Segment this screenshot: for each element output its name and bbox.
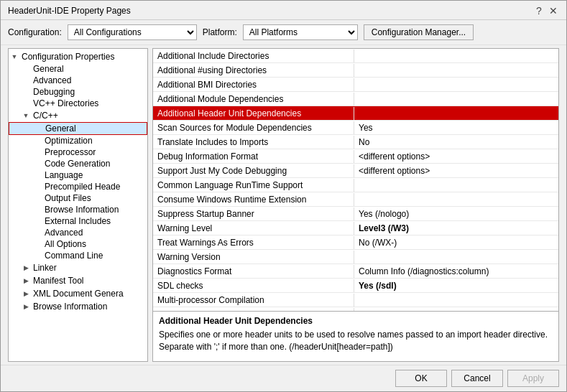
prop-row-6[interactable]: Translate Includes to ImportsNo	[153, 135, 558, 149]
tree-item-all-options[interactable]: All Options	[9, 238, 147, 250]
prop-row-15[interactable]: Diagnostics FormatColumn Info (/diagnost…	[153, 264, 558, 279]
prop-row-3[interactable]: Additional Module Dependencies	[153, 92, 558, 106]
prop-value-9	[354, 184, 558, 187]
tree-label-output-files: Output Files	[43, 193, 91, 203]
tree-label-precompiled: Precompiled Heade	[43, 182, 120, 192]
prop-row-17[interactable]: Multi-processor Compilation	[153, 293, 558, 307]
tree-item-manifest-tool[interactable]: ▶Manifest Tool	[9, 274, 147, 287]
prop-name-8: Support Just My Code Debugging	[153, 164, 354, 177]
prop-row-2[interactable]: Additional BMI Directories	[153, 78, 558, 92]
tree-item-command-line[interactable]: Command Line	[9, 250, 147, 261]
prop-name-13: Treat Warnings As Errors	[153, 236, 354, 249]
prop-value-8: <different options>	[354, 164, 558, 177]
tree-item-language[interactable]: Language	[9, 169, 147, 181]
tree-label-browse-info-top: Browse Information	[32, 302, 107, 312]
prop-value-16: Yes (/sdl)	[354, 279, 558, 292]
prop-value-3	[354, 98, 558, 101]
prop-row-13[interactable]: Treat Warnings As ErrorsNo (/WX-)	[153, 235, 558, 250]
prop-row-5[interactable]: Scan Sources for Module DependenciesYes	[153, 121, 558, 135]
prop-row-4[interactable]: Additional Header Unit Dependencies	[153, 106, 558, 121]
prop-name-1: Additional #using Directories	[153, 64, 354, 77]
tree-item-debugging[interactable]: Debugging	[9, 86, 147, 98]
property-panel: Additional Include DirectoriesAdditional…	[152, 48, 559, 362]
tree-label-cpp-advanced: Advanced	[43, 228, 83, 238]
tree-item-config-props[interactable]: ▼Configuration Properties	[9, 50, 147, 63]
apply-button[interactable]: Apply	[507, 370, 559, 387]
prop-name-5: Scan Sources for Module Dependencies	[153, 121, 354, 134]
tree-label-browse-info: Browse Information	[43, 205, 119, 215]
tree-label-cpp: C/C++	[32, 111, 58, 121]
help-button[interactable]: ?	[533, 5, 545, 17]
prop-value-2	[354, 83, 558, 86]
prop-value-6: No	[354, 136, 558, 149]
prop-row-0[interactable]: Additional Include Directories	[153, 49, 558, 63]
tree-label-all-options: All Options	[43, 239, 86, 249]
prop-name-15: Diagnostics Format	[153, 265, 354, 278]
tree-label-advanced: Advanced	[32, 75, 71, 85]
tree-label-preprocessor: Preprocessor	[43, 147, 96, 157]
tree-item-browse-info-top[interactable]: ▶Browse Information	[9, 300, 147, 313]
tree-item-optimization[interactable]: Optimization	[9, 135, 147, 146]
tree-label-vc-dirs: VC++ Directories	[32, 98, 98, 108]
prop-row-14[interactable]: Warning Version	[153, 250, 558, 264]
tree-expander-cpp[interactable]: ▼	[20, 110, 32, 121]
tree-item-cpp-advanced[interactable]: Advanced	[9, 227, 147, 238]
tree-label-debugging: Debugging	[32, 87, 75, 97]
prop-name-14: Warning Version	[153, 251, 354, 263]
tree-item-preprocessor[interactable]: Preprocessor	[9, 146, 147, 158]
tree-expander-config-props[interactable]: ▼	[9, 51, 20, 62]
prop-row-1[interactable]: Additional #using Directories	[153, 63, 558, 78]
prop-value-5: Yes	[354, 121, 558, 134]
close-button[interactable]: ✕	[548, 5, 559, 17]
tree-label-optimization: Optimization	[43, 136, 93, 146]
config-manager-button[interactable]: Configuration Manager...	[364, 24, 474, 40]
tree-item-vc-dirs[interactable]: VC++ Directories	[9, 98, 147, 109]
tree-item-xml-doc[interactable]: ▶XML Document Genera	[9, 287, 147, 300]
prop-name-2: Additional BMI Directories	[153, 78, 354, 91]
tree-item-advanced[interactable]: Advanced	[9, 75, 147, 86]
prop-value-12: Level3 (/W3)	[354, 222, 558, 235]
title-bar-controls: ? ✕	[533, 5, 559, 17]
prop-name-0: Additional Include Directories	[153, 50, 354, 62]
prop-value-4	[354, 112, 558, 115]
prop-row-9[interactable]: Common Language RunTime Support	[153, 178, 558, 192]
tree-item-cpp[interactable]: ▼C/C++	[9, 109, 147, 122]
description-text: Specifies one or more header units to be…	[159, 329, 553, 353]
prop-row-16[interactable]: SDL checksYes (/sdl)	[153, 279, 558, 293]
tree-item-code-gen[interactable]: Code Generation	[9, 158, 147, 169]
platform-select[interactable]: All Platforms	[243, 24, 358, 40]
ok-button[interactable]: OK	[395, 370, 447, 387]
tree-expander-xml-doc[interactable]: ▶	[20, 288, 32, 299]
tree-panel: ▼Configuration PropertiesGeneralAdvanced…	[8, 48, 148, 362]
tree-item-browse-info[interactable]: Browse Information	[9, 204, 147, 215]
main-content: ▼Configuration PropertiesGeneralAdvanced…	[1, 45, 566, 365]
tree-item-ext-includes[interactable]: External Includes	[9, 215, 147, 227]
prop-name-10: Consume Windows Runtime Extension	[153, 193, 354, 206]
prop-row-11[interactable]: Suppress Startup BannerYes (/nologo)	[153, 207, 558, 221]
tree-label-linker: Linker	[32, 263, 57, 273]
prop-row-12[interactable]: Warning LevelLevel3 (/W3)	[153, 221, 558, 235]
tree-item-general[interactable]: General	[9, 63, 147, 75]
prop-value-10	[354, 198, 558, 201]
prop-row-7[interactable]: Debug Information Format<different optio…	[153, 149, 558, 164]
property-list[interactable]: Additional Include DirectoriesAdditional…	[153, 49, 558, 311]
config-select[interactable]: All Configurations	[68, 24, 197, 40]
tree-expander-linker[interactable]: ▶	[20, 262, 32, 274]
prop-name-6: Translate Includes to Imports	[153, 136, 354, 149]
tree-item-precompiled[interactable]: Precompiled Heade	[9, 181, 147, 192]
prop-row-8[interactable]: Support Just My Code Debugging<different…	[153, 164, 558, 178]
tree-label-code-gen: Code Generation	[43, 159, 110, 169]
tree-item-output-files[interactable]: Output Files	[9, 192, 147, 204]
tree-expander-browse-info-top[interactable]: ▶	[20, 301, 32, 312]
tree-item-linker[interactable]: ▶Linker	[9, 261, 147, 274]
description-title: Additional Header Unit Dependencies	[159, 316, 553, 326]
tree-item-cpp-general[interactable]: General	[9, 122, 147, 135]
cancel-button[interactable]: Cancel	[451, 370, 503, 387]
property-pages-dialog: HeaderUnit-IDE Property Pages ? ✕ Config…	[0, 0, 567, 392]
tree-label-command-line: Command Line	[43, 251, 103, 261]
tree-label-ext-includes: External Includes	[43, 216, 111, 226]
platform-label: Platform:	[203, 27, 237, 37]
tree-expander-manifest-tool[interactable]: ▶	[20, 275, 32, 286]
prop-row-10[interactable]: Consume Windows Runtime Extension	[153, 192, 558, 207]
prop-name-9: Common Language RunTime Support	[153, 179, 354, 192]
